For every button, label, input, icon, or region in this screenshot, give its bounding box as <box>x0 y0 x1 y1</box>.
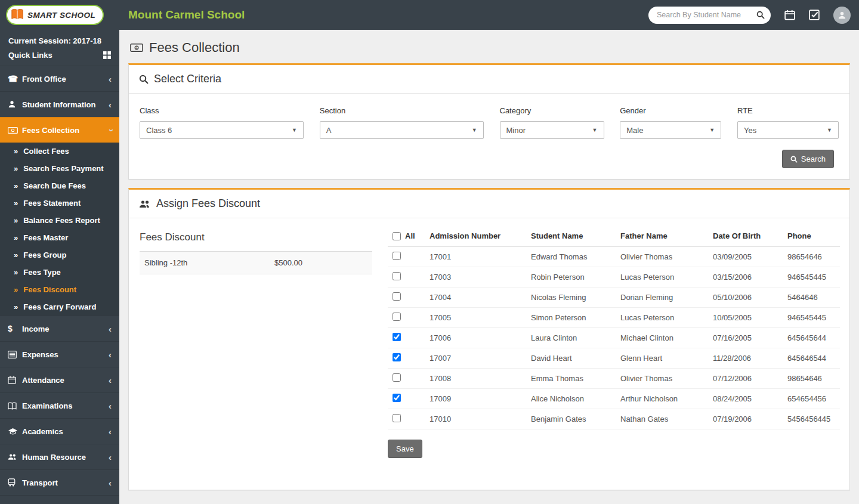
student-row: 17005 Simon Peterson Lucas Peterson 10/0… <box>388 308 840 328</box>
dob-cell: 08/24/2005 <box>708 389 783 409</box>
card-title: Select Criteria <box>154 73 221 85</box>
submenu-item-fees-discount[interactable]: »Fees Discount <box>0 281 119 298</box>
phone-cell: 645645644 <box>783 328 840 348</box>
student-search-input[interactable] <box>657 11 753 19</box>
submenu-item-collect-fees[interactable]: »Collect Fees <box>0 143 119 160</box>
admission-cell: 17004 <box>425 287 526 308</box>
sidebar-item-transport-2[interactable]: Transport ‹ <box>0 495 119 504</box>
sidebar-item-academics[interactable]: Academics ‹ <box>0 418 119 444</box>
student-row-checkbox[interactable] <box>393 414 401 422</box>
submenu-item-fees-carry-forward[interactable]: »Fees Carry Forward <box>0 298 119 316</box>
double-arrow-icon: » <box>14 251 18 259</box>
submenu-item-search-fees-payment[interactable]: »Search Fees Payment <box>0 160 119 177</box>
class-select[interactable]: Class 6 ▼ <box>140 121 304 139</box>
student-cell: Robin Peterson <box>526 267 616 287</box>
top-header: SMART SCHOOL Mount Carmel School <box>0 0 859 30</box>
chevron-left-icon: ‹ <box>109 376 112 385</box>
student-row: 17001 Edward Thomas Olivier Thomas 03/09… <box>388 247 840 267</box>
field-label: Category <box>500 106 604 115</box>
submenu-item-fees-master[interactable]: »Fees Master <box>0 229 119 246</box>
submenu-item-fees-statement[interactable]: »Fees Statement <box>0 194 119 212</box>
submenu-item-balance-fees-report[interactable]: »Balance Fees Report <box>0 212 119 229</box>
dollar-icon: $ <box>8 324 22 333</box>
father-cell: Lucas Peterson <box>616 267 708 287</box>
gender-select[interactable]: Male ▼ <box>620 121 721 139</box>
save-button-label: Save <box>396 444 414 453</box>
student-row-checkbox[interactable] <box>393 394 401 402</box>
admission-cell: 17006 <box>425 328 526 348</box>
book-logo-icon <box>10 8 24 21</box>
submenu-label: Fees Discount <box>23 285 76 294</box>
student-row-checkbox[interactable] <box>393 252 401 260</box>
submenu-item-fees-type[interactable]: »Fees Type <box>0 264 119 281</box>
list-icon <box>8 351 22 358</box>
student-row-checkbox[interactable] <box>393 373 401 382</box>
user-avatar[interactable] <box>833 7 851 24</box>
sidebar: Current Session: 2017-18 Quick Links ☎ F… <box>0 30 119 504</box>
discount-name: Sibling -12th <box>144 258 274 267</box>
column-admission-number: Admission Number <box>425 225 526 247</box>
assign-fees-discount-card: Assign Fees Discount Fees Discount Sibli… <box>128 188 850 490</box>
category-select[interactable]: Minor ▼ <box>500 121 604 139</box>
field-label: Class <box>140 106 304 115</box>
student-row-checkbox[interactable] <box>393 272 401 280</box>
submenu-label: Collect Fees <box>23 147 69 156</box>
chevron-left-icon: ‹ <box>109 478 112 487</box>
student-row: 17003 Robin Peterson Lucas Peterson 03/1… <box>388 267 840 287</box>
sidebar-item-examinations[interactable]: Examinations ‹ <box>0 392 119 418</box>
student-row-checkbox[interactable] <box>393 353 401 361</box>
student-search <box>648 7 771 24</box>
table-header-row: All Admission Number Student Name Father… <box>388 225 840 247</box>
student-row-checkbox[interactable] <box>393 313 401 321</box>
sidebar-item-fees-collection[interactable]: Fees Collection ‹ <box>0 117 119 143</box>
student-row-checkbox[interactable] <box>393 292 401 301</box>
field-class: Class Class 6 ▼ <box>140 106 304 139</box>
sidebar-item-income[interactable]: $ Income ‹ <box>0 316 119 341</box>
students-table-area: All Admission Number Student Name Father… <box>388 225 840 458</box>
student-row: 17009 Alice Nicholson Arthur Nicholson 0… <box>388 389 840 409</box>
fees-collection-submenu: »Collect Fees »Search Fees Payment »Sear… <box>0 143 119 316</box>
student-row: 17008 Emma Thomas Olivier Thomas 07/12/2… <box>388 369 840 389</box>
selected-value: Male <box>626 126 643 135</box>
submenu-label: Search Due Fees <box>23 181 86 190</box>
search-icon <box>139 75 149 84</box>
caret-down-icon: ▼ <box>592 127 598 133</box>
phone-cell: 654654456 <box>783 389 840 409</box>
select-all-checkbox[interactable] <box>393 232 401 240</box>
criteria-footer: Search <box>129 143 849 179</box>
task-check-icon[interactable] <box>809 10 820 20</box>
sidebar-item-human-resource[interactable]: Human Resource ‹ <box>0 444 119 469</box>
main-content: 1 Fees Collection Select Criteria Class … <box>119 0 859 490</box>
rte-select[interactable]: Yes ▼ <box>737 121 839 139</box>
dob-cell: 05/10/2006 <box>708 287 783 308</box>
search-icon[interactable] <box>756 11 765 19</box>
student-row: 17004 Nicolas Fleming Dorian Fleming 05/… <box>388 287 840 308</box>
book-icon <box>8 402 22 410</box>
chevron-left-icon: ‹ <box>109 427 112 436</box>
logo-text: SMART SCHOOL <box>27 11 95 20</box>
sidebar-item-student-information[interactable]: Student Information ‹ <box>0 91 119 117</box>
sidebar-item-transport[interactable]: Transport ‹ <box>0 469 119 495</box>
smart-school-logo[interactable]: SMART SCHOOL <box>6 5 104 25</box>
dob-cell: 07/19/2006 <box>708 409 783 429</box>
column-father-name: Father Name <box>616 225 708 247</box>
students-table: All Admission Number Student Name Father… <box>388 225 840 429</box>
discount-entry-row[interactable]: Sibling -12th $500.00 <box>140 252 372 274</box>
search-button[interactable]: Search <box>782 150 834 168</box>
sidebar-item-attendance[interactable]: Attendance ‹ <box>0 367 119 392</box>
grid-icon[interactable] <box>103 51 111 59</box>
sidebar-item-front-office[interactable]: ☎ Front Office ‹ <box>0 66 119 91</box>
admission-cell: 17010 <box>425 409 526 429</box>
submenu-item-fees-group[interactable]: »Fees Group <box>0 246 119 264</box>
student-row-checkbox[interactable] <box>393 333 401 341</box>
sidebar-item-expenses[interactable]: Expenses ‹ <box>0 341 119 367</box>
calendar-icon[interactable] <box>784 10 795 20</box>
save-button[interactable]: Save <box>388 440 422 458</box>
submenu-label: Fees Master <box>23 233 68 242</box>
quick-links[interactable]: Quick Links <box>0 45 119 66</box>
submenu-item-search-due-fees[interactable]: »Search Due Fees <box>0 177 119 194</box>
banknote-icon: 1 <box>130 44 143 52</box>
double-arrow-icon: » <box>14 164 18 173</box>
admission-cell: 17008 <box>425 369 526 389</box>
section-select[interactable]: A ▼ <box>320 121 484 139</box>
